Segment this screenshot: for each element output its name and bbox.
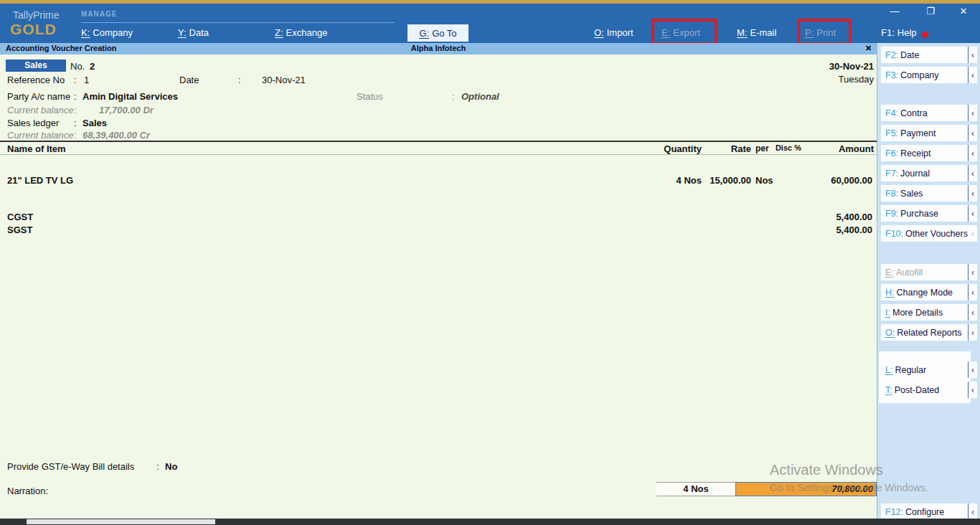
tallyprime-window: TallyPrime GOLD MANAGE KCompany YData ZE… xyxy=(0,0,980,525)
colon xyxy=(156,461,159,472)
table-top-border xyxy=(0,141,877,142)
sidebar-button-f5-payment[interactable]: F5Payment ‹ xyxy=(881,125,977,141)
header-disc: Disc % xyxy=(776,143,801,152)
chevron-left-icon[interactable]: ‹ xyxy=(968,382,977,398)
item-amount[interactable]: 60,000.00 xyxy=(831,175,872,186)
status-value[interactable]: Optional xyxy=(461,91,499,102)
date-value[interactable]: 30-Nov-21 xyxy=(262,75,306,85)
chevron-left-icon[interactable]: ‹ xyxy=(968,125,977,141)
activate-windows-watermark-subtext: Go to Settings to activate Windows. xyxy=(770,482,928,493)
sidebar-button-autofill: EAutofill ‹ xyxy=(881,264,977,280)
sidebar-button-f10-other-vouchers[interactable]: F10Other Vouchers ‹ xyxy=(881,225,977,242)
sidebar-button-f9-purchase[interactable]: F9Purchase ‹ xyxy=(881,205,977,222)
menu-exchange[interactable]: ZExchange xyxy=(275,27,327,38)
item-amount[interactable]: 5,400.00 xyxy=(836,212,872,222)
item-row-sgst[interactable]: SGST 5,400.00 xyxy=(0,224,877,235)
menu-company[interactable]: KCompany xyxy=(81,27,133,38)
activate-windows-watermark: Activate Windows xyxy=(770,462,883,478)
chevron-left-icon[interactable]: ‹ xyxy=(968,145,977,161)
screen-close-icon[interactable]: ✕ xyxy=(865,44,872,53)
company-name: Alpha Infotech xyxy=(0,44,877,52)
header-name-of-item: Name of Item xyxy=(7,143,66,154)
ledger-balance-label: Current balance xyxy=(7,130,74,141)
annotation-box-export xyxy=(651,19,717,45)
sidebar-button-more-details[interactable]: IMore Details ‹ xyxy=(881,304,977,321)
voucher-type-badge[interactable]: Sales xyxy=(6,60,66,72)
sidebar-button-f6-receipt[interactable]: F6Receipt ‹ xyxy=(881,145,977,161)
annotation-box-print xyxy=(797,19,852,45)
sales-ledger-label: Sales ledger xyxy=(7,118,59,128)
party-balance-value: 17,700.00 Dr xyxy=(99,105,154,115)
gst-details-value[interactable]: No xyxy=(165,461,177,472)
menu-go-to[interactable]: GGo To xyxy=(407,24,468,42)
menu-data[interactable]: YData xyxy=(178,27,209,38)
sidebar-button-f12-configure[interactable]: F12Configure ‹ xyxy=(881,503,977,520)
close-button[interactable]: ✕ xyxy=(953,6,974,16)
date-label: Date xyxy=(179,75,199,85)
horizontal-scrollbar[interactable] xyxy=(0,519,980,525)
colon xyxy=(74,105,77,115)
colon xyxy=(452,91,455,102)
item-row-1[interactable]: 21" LED TV LG 4 Nos 15,000.00 Nos 60,000… xyxy=(0,175,877,186)
total-quantity-cell: 4 Nos xyxy=(656,482,735,496)
header-rate: Rate xyxy=(731,143,751,154)
chevron-left-icon[interactable]: ‹ xyxy=(968,205,977,222)
chevron-left-icon[interactable]: ‹ xyxy=(968,105,977,121)
sidebar-button-f7-journal[interactable]: F7Journal ‹ xyxy=(881,165,977,181)
sidebar-button-post-dated[interactable]: TPost-Dated ‹ xyxy=(881,382,977,398)
voucher-date[interactable]: 30-Nov-21 xyxy=(829,61,874,72)
sidebar-button-regular[interactable]: LRegular ‹ xyxy=(881,361,977,378)
ledger-balance-value: 68,39,400.00 Cr xyxy=(83,130,150,141)
voucher-form: Sales No. 2 30-Nov-21 Tuesday Reference … xyxy=(0,55,877,519)
chevron-left-icon[interactable]: ‹ xyxy=(968,185,977,202)
reference-label: Reference No xyxy=(7,75,65,85)
party-value[interactable]: Amin Digital Services xyxy=(83,91,178,102)
manage-section-label: MANAGE xyxy=(81,10,117,18)
brand-gold: GOLD xyxy=(10,21,57,38)
chevron-left-icon[interactable]: ‹ xyxy=(968,361,977,378)
item-name[interactable]: SGST xyxy=(7,224,32,235)
sidebar-button-related-reports[interactable]: ORelated Reports ‹ xyxy=(881,324,977,341)
top-menu-bar: TallyPrime GOLD MANAGE KCompany YData ZE… xyxy=(0,4,980,43)
colon xyxy=(74,91,77,102)
colon xyxy=(74,130,77,141)
sidebar-button-f8-sales[interactable]: F8Sales ‹ xyxy=(881,185,977,202)
gst-details-label: Provide GST/e-Way Bill details xyxy=(7,461,134,472)
table-header-row: Name of Item Quantity Rate per Disc % Am… xyxy=(0,143,877,154)
colon xyxy=(74,75,77,85)
reference-value[interactable]: 1 xyxy=(84,75,89,85)
chevron-left-icon[interactable]: ‹ xyxy=(968,284,977,301)
sidebar-button-f2-date[interactable]: F2Date ‹ xyxy=(881,47,977,63)
chevron-left-icon[interactable]: ‹ xyxy=(968,47,977,63)
chevron-left-icon[interactable]: ‹ xyxy=(968,503,977,520)
voucher-no-value[interactable]: 2 xyxy=(90,61,95,72)
chevron-left-icon[interactable]: ‹ xyxy=(968,324,977,341)
scrollbar-thumb[interactable] xyxy=(27,519,215,524)
item-quantity[interactable]: 4 Nos xyxy=(677,175,702,186)
sales-ledger-value[interactable]: Sales xyxy=(83,118,107,128)
item-row-cgst[interactable]: CGST 5,400.00 xyxy=(0,212,877,222)
party-balance-label: Current balance xyxy=(7,105,74,115)
menu-help[interactable]: F1Help xyxy=(881,27,917,38)
chevron-left-icon[interactable]: ‹ xyxy=(968,165,977,181)
voucher-day: Tuesday xyxy=(839,74,874,85)
sidebar-button-change-mode[interactable]: HChange Mode ‹ xyxy=(881,284,977,301)
maximize-button[interactable]: ❐ xyxy=(920,6,941,16)
table-header-underline xyxy=(0,154,877,155)
item-per[interactable]: Nos xyxy=(755,175,773,186)
sidebar-button-f4-contra[interactable]: F4Contra ‹ xyxy=(881,105,977,121)
item-amount[interactable]: 5,400.00 xyxy=(836,224,872,235)
sidebar-button-f3-company[interactable]: F3Company ‹ xyxy=(881,67,977,83)
chevron-left-icon[interactable]: ‹ xyxy=(968,304,977,321)
narration-label[interactable]: Narration: xyxy=(7,486,48,496)
item-rate[interactable]: 15,000.00 xyxy=(710,175,751,186)
header-quantity: Quantity xyxy=(664,143,702,154)
menu-import[interactable]: OImport xyxy=(594,27,633,38)
chevron-left-icon[interactable]: ‹ xyxy=(968,67,977,83)
menu-email[interactable]: ME-mail xyxy=(737,27,776,38)
header-per: per xyxy=(755,143,769,153)
manage-underline xyxy=(81,22,395,23)
item-name[interactable]: CGST xyxy=(7,212,33,222)
item-name[interactable]: 21" LED TV LG xyxy=(7,175,73,186)
minimize-button[interactable]: — xyxy=(884,6,905,16)
